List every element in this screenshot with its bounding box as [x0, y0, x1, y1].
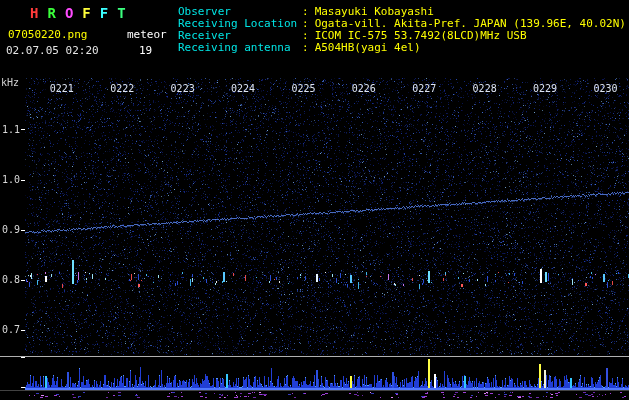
logo-letter: T	[117, 5, 125, 21]
freq-tick-label: 1.1	[0, 124, 20, 135]
time-tick-label: 0221	[45, 83, 79, 94]
info-value: A504HB(yagi 4el)	[315, 41, 421, 54]
mode-label: meteor	[127, 28, 167, 41]
header-info-row: Receiving antenna:A504HB(yagi 4el)	[178, 42, 626, 54]
spectrogram-canvas	[0, 0, 629, 400]
time-tick-label: 0225	[286, 83, 320, 94]
hrofft-logo: HROFFT	[30, 5, 135, 21]
info-colon: :	[302, 41, 309, 54]
time-tick-label: 0223	[166, 83, 200, 94]
meteor-count: 19	[139, 44, 152, 57]
logo-letter: R	[47, 5, 55, 21]
time-tick-label: 0222	[105, 83, 139, 94]
output-filename: 07050220.png	[8, 28, 87, 41]
info-label: Receiving antenna	[178, 42, 302, 54]
time-tick-label: 0230	[588, 83, 622, 94]
freq-tick-label: 0.9	[0, 224, 20, 235]
time-tick-label: 0228	[468, 83, 502, 94]
time-tick-label: 0227	[407, 83, 441, 94]
freq-tick-label: 0.8	[0, 274, 20, 285]
header-info: Observer:Masayuki KobayashiReceiving Loc…	[178, 6, 626, 54]
logo-letter: F	[100, 5, 108, 21]
logo-letter: H	[30, 5, 38, 21]
freq-unit-label: kHz	[1, 77, 19, 88]
time-tick-label: 0229	[528, 83, 562, 94]
freq-tick-label: 1.0	[0, 174, 20, 185]
time-tick-label: 0224	[226, 83, 260, 94]
time-tick-label: 0226	[347, 83, 381, 94]
freq-tick-label: 0.7	[0, 324, 20, 335]
observation-datetime: 02.07.05 02:20	[6, 44, 99, 57]
hrofft-app-window: HROFFT 07050220.png meteor 02.07.05 02:2…	[0, 0, 629, 400]
logo-letter: F	[82, 5, 90, 21]
logo-letter: O	[65, 5, 73, 21]
